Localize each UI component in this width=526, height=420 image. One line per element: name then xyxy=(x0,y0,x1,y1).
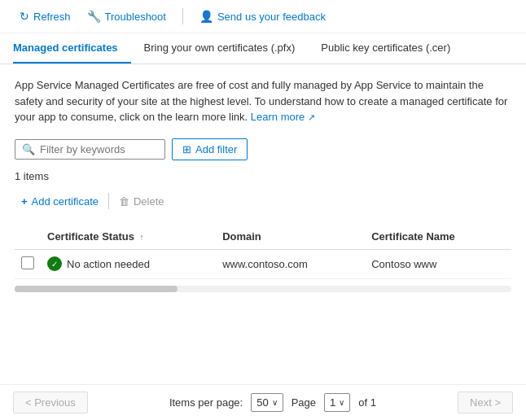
filter-row: 🔍 ⊞ Add filter xyxy=(15,138,511,160)
troubleshoot-button[interactable]: 🔧 Troubleshoot xyxy=(81,7,173,26)
row-checkbox-cell xyxy=(15,249,41,278)
page-label: Page xyxy=(291,396,316,409)
items-per-page-value: 50 xyxy=(256,396,268,409)
page-value: 1 xyxy=(330,396,335,409)
feedback-label: Send us your feedback xyxy=(217,11,326,23)
delete-icon: 🗑 xyxy=(119,195,129,208)
row-checkbox[interactable] xyxy=(21,256,34,269)
refresh-button[interactable]: ↻ Refresh xyxy=(13,7,77,26)
feedback-button[interactable]: 👤 Send us your feedback xyxy=(193,7,332,26)
refresh-icon: ↻ xyxy=(20,10,29,23)
items-per-page-select[interactable]: 50 ∨ xyxy=(251,393,283,412)
col-checkbox xyxy=(15,224,41,250)
row-cert-name-cell: Contoso www xyxy=(365,249,511,278)
footer: < Previous Items per page: 50 ∨ Page 1 ∨… xyxy=(0,384,526,420)
chevron-down-icon: ∨ xyxy=(272,398,278,407)
sort-icon: ↑ xyxy=(140,233,144,242)
tab-managed[interactable]: Managed certificates xyxy=(13,33,131,63)
add-certificate-label: Add certificate xyxy=(32,195,99,208)
action-bar: + Add certificate 🗑 Delete xyxy=(15,192,511,217)
cert-name-value: Contoso www xyxy=(371,258,436,270)
page-chevron-down-icon: ∨ xyxy=(339,398,344,407)
pagination-controls: Items per page: 50 ∨ Page 1 ∨ of 1 xyxy=(169,393,376,412)
horizontal-scrollbar[interactable] xyxy=(15,286,511,292)
row-status-cell: ✓ No action needed xyxy=(41,249,216,278)
search-input[interactable] xyxy=(40,143,158,155)
domain-value: www.contoso.com xyxy=(222,258,308,270)
next-label: Next > xyxy=(470,396,501,409)
previous-button[interactable]: < Previous xyxy=(13,392,88,413)
tab-cer[interactable]: Public key certificates (.cer) xyxy=(308,33,463,63)
item-count: 1 items xyxy=(15,170,511,182)
table-row: ✓ No action needed www.contoso.com Conto… xyxy=(15,249,511,278)
filter-icon-btn: ⊞ xyxy=(182,143,191,155)
status-ok-icon: ✓ xyxy=(47,256,62,271)
description-text: App Service Managed Certificates are fre… xyxy=(15,77,511,125)
toolbar-divider xyxy=(182,8,183,24)
col-status: Certificate Status ↑ xyxy=(41,224,216,250)
filter-input-wrap: 🔍 xyxy=(15,139,165,160)
external-link-icon: ↗ xyxy=(308,112,315,122)
status-text: No action needed xyxy=(67,258,150,270)
add-icon: + xyxy=(21,195,28,208)
delete-label: Delete xyxy=(134,195,164,208)
troubleshoot-icon: 🔧 xyxy=(87,10,101,23)
add-certificate-button[interactable]: + Add certificate xyxy=(15,192,105,211)
refresh-label: Refresh xyxy=(33,11,71,23)
delete-button[interactable]: 🗑 Delete xyxy=(112,192,171,211)
col-cert-name: Certificate Name xyxy=(365,224,511,250)
certificate-table: Certificate Status ↑ Domain Certificate … xyxy=(15,224,511,279)
search-icon: 🔍 xyxy=(22,143,35,155)
scrollbar-thumb xyxy=(15,286,178,292)
col-domain: Domain xyxy=(216,224,365,250)
previous-label: < Previous xyxy=(25,396,76,409)
tab-pfx[interactable]: Bring your own certificates (.pfx) xyxy=(131,33,309,63)
items-per-page-label: Items per page: xyxy=(169,396,243,409)
action-divider xyxy=(108,193,109,209)
main-content: App Service Managed Certificates are fre… xyxy=(0,64,526,312)
tabs: Managed certificates Bring your own cert… xyxy=(0,33,526,64)
troubleshoot-label: Troubleshoot xyxy=(105,11,166,23)
next-button[interactable]: Next > xyxy=(458,392,513,413)
page-select[interactable]: 1 ∨ xyxy=(324,393,350,412)
toolbar: ↻ Refresh 🔧 Troubleshoot 👤 Send us your … xyxy=(0,0,526,33)
row-domain-cell: www.contoso.com xyxy=(216,249,365,278)
add-filter-button[interactable]: ⊞ Add filter xyxy=(172,138,248,160)
add-filter-label: Add filter xyxy=(195,143,237,155)
learn-more-link[interactable]: Learn more ↗ xyxy=(251,111,315,123)
total-pages-label: of 1 xyxy=(358,396,376,409)
feedback-icon: 👤 xyxy=(199,10,213,23)
